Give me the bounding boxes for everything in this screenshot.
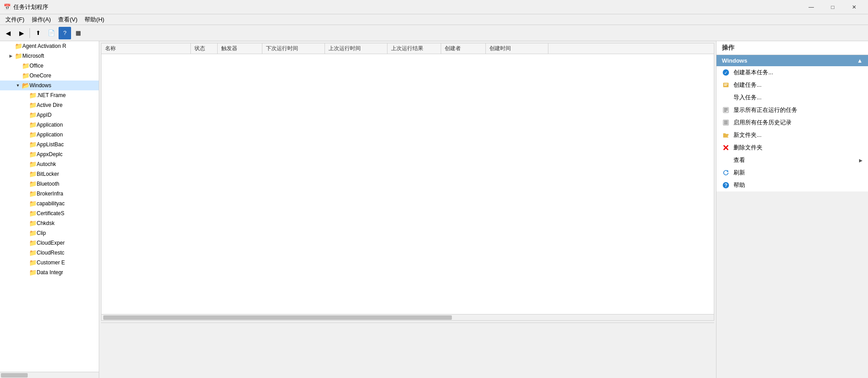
maximize-button[interactable]: □ <box>822 0 843 14</box>
svg-text:+: + <box>727 134 729 139</box>
actions-item-create-task-label: 创建任务... <box>733 81 762 89</box>
menu-view[interactable]: 查看(V) <box>55 15 81 25</box>
actions-item-show-running[interactable]: 显示所有正在运行的任务 <box>716 104 868 116</box>
folder-icon-windows: 📂 <box>21 82 29 89</box>
create-basic-icon: ✓ <box>722 68 730 76</box>
tree-scrollbar[interactable] <box>0 372 99 378</box>
tree-item-brokerinfra[interactable]: 📁 BrokerInfra <box>0 189 99 199</box>
tree-label-certificates: CertificateS <box>37 210 64 217</box>
tree-item-clip[interactable]: 📁 Clip <box>0 228 99 238</box>
folder-icon-bluetooth: 📁 <box>29 180 37 187</box>
col-header-status: 状态 <box>191 43 218 54</box>
tree-view: 📁 Agent Activation R ▶ 📁 Microsoft 📁 Off… <box>0 41 99 372</box>
title-bar: 📅 任务计划程序 — □ ✕ <box>0 0 868 14</box>
tree-scroll-thumb[interactable] <box>1 373 28 378</box>
tree-item-bluetooth[interactable]: 📁 Bluetooth <box>0 179 99 189</box>
bottom-info-panel <box>101 323 714 376</box>
import-task-icon <box>722 93 730 102</box>
actions-item-refresh[interactable]: 刷新 <box>716 166 868 179</box>
actions-item-import-task-label: 导入任务... <box>733 93 762 102</box>
delete-folder-icon <box>722 144 730 152</box>
folder-icon-netframe: 📁 <box>29 92 37 99</box>
col-header-last-result: 上次运行结果 <box>388 43 441 54</box>
tree-label-cloudrestc: CloudRestc <box>37 250 64 256</box>
folder-icon-bitlocker: 📁 <box>29 170 37 178</box>
folder-icon-clip: 📁 <box>29 229 37 237</box>
folder-icon-agent: 📁 <box>14 42 22 50</box>
tree-item-dataintegr[interactable]: 📁 Data Integr <box>0 268 99 277</box>
tree-item-cloudexper[interactable]: 📁 CloudExper <box>0 238 99 248</box>
help-icon: ? <box>722 181 730 189</box>
folder-icon-cloudrestc: 📁 <box>29 249 37 256</box>
folder-icon-capabilityac: 📁 <box>29 200 37 207</box>
tree-item-bitlocker[interactable]: 📁 BitLocker <box>0 169 99 179</box>
tree-item-autochk[interactable]: 📁 Autochk <box>0 159 99 169</box>
actions-item-refresh-label: 刷新 <box>733 169 745 177</box>
tree-item-application1[interactable]: 📁 Application <box>0 120 99 130</box>
tree-label-onecore: OneCore <box>29 72 51 79</box>
folder-icon-customerE: 📁 <box>29 259 37 266</box>
toolbar-separator-1 <box>29 28 30 38</box>
tree-item-activedire[interactable]: 📁 Active Dire <box>0 100 99 110</box>
toolbar-list-button[interactable]: ▦ <box>72 27 84 39</box>
new-folder-icon: + <box>722 131 730 139</box>
tree-label-capabilityac: capabilityac <box>37 200 65 207</box>
tree-item-appid[interactable]: 📁 AppID <box>0 110 99 120</box>
minimize-button[interactable]: — <box>801 0 822 14</box>
svg-rect-4 <box>724 85 727 86</box>
menu-file[interactable]: 文件(F) <box>2 15 28 25</box>
tree-item-applistbac[interactable]: 📁 AppListBac <box>0 140 99 149</box>
actions-item-help[interactable]: ? 帮助 <box>716 179 868 191</box>
tree-label-autochk: Autochk <box>37 161 56 167</box>
tree-item-agent[interactable]: 📁 Agent Activation R <box>0 41 99 51</box>
toolbar-up-button[interactable]: ⬆ <box>32 27 44 39</box>
actions-panel-title: 操作 <box>716 41 868 55</box>
tree-label-appxdeplc: AppxDepl​c <box>37 151 63 157</box>
toolbar-help-button[interactable]: ? <box>59 27 71 39</box>
folder-icon-brokerinfra: 📁 <box>29 190 37 197</box>
actions-item-create-basic[interactable]: ✓ 创建基本任务... <box>716 66 868 79</box>
menu-help[interactable]: 帮助(H) <box>81 15 108 25</box>
toolbar-forward-button[interactable]: ▶ <box>15 27 28 39</box>
tree-label-windows: Windows <box>29 82 51 89</box>
tree-item-netframe[interactable]: 📁 .NET Frame <box>0 90 99 100</box>
actions-item-create-task[interactable]: 创建任务... <box>716 79 868 91</box>
actions-item-delete-folder[interactable]: 删除文件夹 <box>716 141 868 154</box>
tree-label-applistbac: AppListBac <box>37 141 64 148</box>
tree-label-brokerinfra: BrokerInfra <box>37 191 63 197</box>
folder-icon-application1: 📁 <box>29 121 37 128</box>
folder-icon-applistbac: 📁 <box>29 141 37 148</box>
close-button[interactable]: ✕ <box>844 0 864 14</box>
tree-item-capabilityac[interactable]: 📁 capabilityac <box>0 199 99 208</box>
folder-icon-activedire: 📁 <box>29 102 37 109</box>
tree-item-chkdsk[interactable]: 📁 Chkdsk <box>0 218 99 228</box>
table-scroll-thumb[interactable] <box>103 315 452 320</box>
actions-item-enable-history[interactable]: 启用所有任务历史记录 <box>716 116 868 129</box>
tree-item-onecore[interactable]: 📁 OneCore <box>0 71 99 81</box>
tree-item-microsoft[interactable]: ▶ 📁 Microsoft <box>0 51 99 61</box>
tree-item-windows[interactable]: ▼ 📂 Windows <box>0 81 99 90</box>
task-table: 名称 状态 触发器 下次运行时间 上次运行时间 上次运行结果 创建者 创建时间 <box>101 43 714 321</box>
refresh-icon <box>722 169 730 177</box>
actions-item-view[interactable]: 查看 ▶ <box>716 154 868 166</box>
tree-item-appxdeplc[interactable]: 📁 AppxDepl​c <box>0 149 99 159</box>
create-task-icon <box>722 81 730 89</box>
tree-item-cloudrestc[interactable]: 📁 CloudRestc <box>0 248 99 258</box>
table-scrollbar[interactable] <box>101 314 714 320</box>
actions-item-new-folder[interactable]: + 新文件夹... <box>716 129 868 141</box>
col-header-next-run: 下次运行时间 <box>262 43 325 54</box>
tree-item-application2[interactable]: 📁 Application <box>0 130 99 140</box>
folder-icon-chkdsk: 📁 <box>29 220 37 227</box>
toolbar-doc-button[interactable]: 📄 <box>45 27 58 39</box>
toolbar-back-button[interactable]: ◀ <box>2 27 14 39</box>
menu-action[interactable]: 操作(A) <box>28 15 55 25</box>
col-header-created: 创建时间 <box>486 43 548 54</box>
actions-item-import-task[interactable]: 导入任务... <box>716 91 868 104</box>
tree-label-bluetooth: Bluetooth <box>37 181 59 187</box>
svg-text:✓: ✓ <box>724 70 728 75</box>
col-header-name: 名称 <box>101 43 191 54</box>
actions-section-windows[interactable]: Windows ▲ <box>716 55 868 66</box>
tree-item-office[interactable]: 📁 Office <box>0 61 99 71</box>
tree-item-customerE[interactable]: 📁 Customer E <box>0 258 99 268</box>
tree-item-certificates[interactable]: 📁 CertificateS <box>0 208 99 218</box>
